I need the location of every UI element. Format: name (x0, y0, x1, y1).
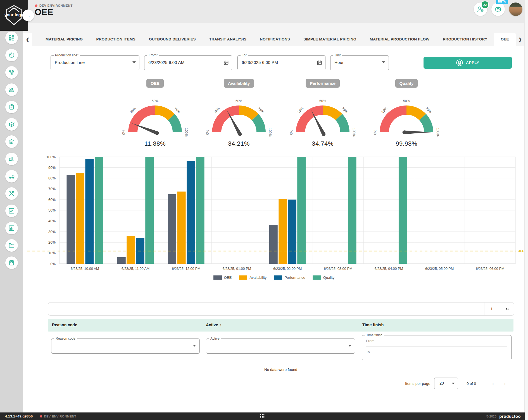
column-header-time-finish[interactable]: Time finish (362, 323, 384, 327)
tab-production-history[interactable]: PRODUCTION HISTORY (436, 33, 494, 46)
sidebar-item-gauge[interactable] (5, 49, 18, 61)
bar-oee[interactable] (168, 194, 176, 264)
environment-dot-icon (35, 4, 37, 7)
gauge-quality: Quality 0%25%50%75%100% 99.98% (365, 79, 448, 147)
sidebar-item-workflow[interactable] (5, 66, 18, 79)
sidebar-item-analytics[interactable] (5, 205, 18, 217)
gauge-tick-label: 50% (319, 99, 326, 103)
user-management-button[interactable]: 22 (474, 3, 487, 16)
column-header-reason-code[interactable]: Reason code (52, 323, 77, 327)
tab-outbound-deliveries[interactable]: OUTBOUND DELIVERIES (142, 33, 203, 46)
time-finish-filter-range[interactable]: Time finish From To (362, 335, 512, 360)
bar-quality[interactable] (348, 157, 356, 264)
time-finish-from-input[interactable]: From (366, 339, 374, 343)
gauge-icon (8, 52, 15, 58)
x-axis-label: 6/23/25, 01:00 PM (223, 267, 251, 271)
gauge-needle-pivot (238, 133, 242, 136)
pagination-bar: Items per page 20 0 of 0 ‹ › (405, 378, 511, 389)
y-axis-label: 50% (48, 208, 56, 212)
gauge-tick-label: 50% (152, 99, 158, 103)
time-finish-to-input[interactable]: To (366, 350, 370, 354)
y-axis-label: 0% (50, 262, 56, 266)
bar-quality[interactable] (399, 157, 407, 264)
bar-performance[interactable] (85, 159, 94, 264)
calendar-icon[interactable] (223, 60, 229, 67)
legend-item-oee[interactable]: OEE (213, 275, 232, 280)
page-size-value: 20 (439, 381, 444, 385)
sidebar-item-reports[interactable] (5, 222, 18, 234)
sidebar-expand-button[interactable]: → (22, 9, 34, 21)
next-page-button[interactable]: › (499, 378, 511, 389)
gauge-title-badge: Availability (224, 79, 254, 88)
production-line-select[interactable]: Production line* Production Line (51, 55, 139, 70)
unit-select[interactable]: Unit Hour (330, 55, 389, 70)
sidebar-item-forklift[interactable] (5, 153, 18, 165)
chevron-down-icon (382, 61, 385, 63)
tab-material-pricing[interactable]: MATERIAL PRICING (39, 33, 89, 46)
tab-transit-analysis[interactable]: TRANSIT ANALYSIS (203, 33, 253, 46)
tabs-scroll-right-button[interactable]: ❯ (516, 33, 525, 46)
column-header-active[interactable]: Active↑ (206, 323, 222, 327)
bar-availability[interactable] (177, 191, 186, 264)
table-settings-button[interactable] (499, 303, 514, 315)
sidebar-item-packaging[interactable] (5, 118, 18, 131)
bar-performance[interactable] (288, 200, 296, 264)
from-datetime-field[interactable]: From* 6/23/2025 9:00 AM (144, 55, 232, 70)
page-size-select[interactable]: 20 (434, 378, 458, 389)
sidebar-item-production-line[interactable] (5, 83, 18, 96)
gear-icon (504, 306, 509, 312)
calendar-icon[interactable] (317, 60, 322, 67)
bar-quality[interactable] (95, 157, 103, 264)
bar-quality[interactable] (145, 157, 154, 264)
apply-button[interactable]: APPLY (424, 57, 512, 69)
chevron-down-icon (452, 383, 455, 384)
sidebar-item-inventory[interactable] (5, 256, 18, 269)
bar-quality[interactable] (297, 157, 306, 264)
gauge-tick-label: 50% (403, 99, 410, 103)
sort-asc-icon: ↑ (220, 323, 222, 327)
bar-oee[interactable] (66, 175, 75, 264)
sidebar-item-logistics[interactable] (5, 170, 18, 183)
app-grid-button[interactable] (260, 414, 265, 419)
bar-availability[interactable] (127, 236, 135, 264)
footer-environment-indicator: DEV ENVIRONMENT (40, 415, 76, 418)
bar-availability[interactable] (76, 173, 84, 264)
tab-material-production-flow[interactable]: MATERIAL PRODUCTION FLOW (363, 33, 436, 46)
gauge-performance: Performance 0%25%50%75%100% 34.74% (281, 79, 365, 147)
bar-performance[interactable] (187, 161, 195, 264)
scrollbar-track[interactable] (524, 0, 528, 420)
x-axis-label: 6/23/25, 04:00 PM (375, 267, 403, 271)
sidebar-item-tasks[interactable] (5, 101, 18, 113)
legend-item-performance[interactable]: Performance (274, 275, 305, 280)
beta-badge: BETA (496, 0, 508, 4)
user-avatar[interactable] (509, 3, 522, 16)
add-row-button[interactable]: + (484, 303, 499, 315)
bar-oee[interactable] (269, 225, 278, 264)
time-finish-filter-label: Time finish (365, 333, 384, 337)
y-axis-label: 10% (48, 251, 56, 255)
gauge-title-badge: Quality (395, 79, 418, 88)
x-axis-label: 6/23/25, 05:00 PM (425, 267, 454, 271)
tab-simple-material-pricing[interactable]: SIMPLE MATERIAL PRICING (297, 33, 363, 46)
legend-item-availability[interactable]: Availability (239, 275, 267, 280)
tab-notifications[interactable]: NOTIFICATIONS (253, 33, 297, 46)
sidebar-item-dashboard[interactable] (5, 32, 18, 44)
sidebar-item-documents[interactable] (5, 239, 18, 252)
previous-page-button[interactable]: ‹ (487, 378, 499, 389)
tabs-scroll-left-button[interactable]: ❮ (23, 33, 32, 46)
legend-item-quality[interactable]: Quality (313, 275, 334, 280)
y-axis-label: 70% (48, 187, 56, 191)
y-axis-label: 30% (48, 230, 56, 234)
sidebar-item-warehouse[interactable] (5, 135, 18, 148)
reason-code-filter-select[interactable]: Reason code (51, 339, 200, 354)
to-datetime-field[interactable]: To* 6/23/2025 6:00 PM (237, 55, 325, 70)
page-title: OEE (35, 7, 53, 17)
bar-quality[interactable] (196, 157, 204, 264)
bar-oee[interactable] (117, 257, 126, 264)
tab-oee[interactable]: OEE (494, 33, 515, 46)
sidebar-item-maintenance[interactable] (5, 187, 18, 200)
bar-availability[interactable] (279, 199, 287, 264)
tab-production-items[interactable]: PRODUCTION ITEMS (89, 33, 142, 46)
assistant-button[interactable]: BETA (491, 3, 505, 16)
active-filter-select[interactable]: Active (206, 339, 355, 354)
